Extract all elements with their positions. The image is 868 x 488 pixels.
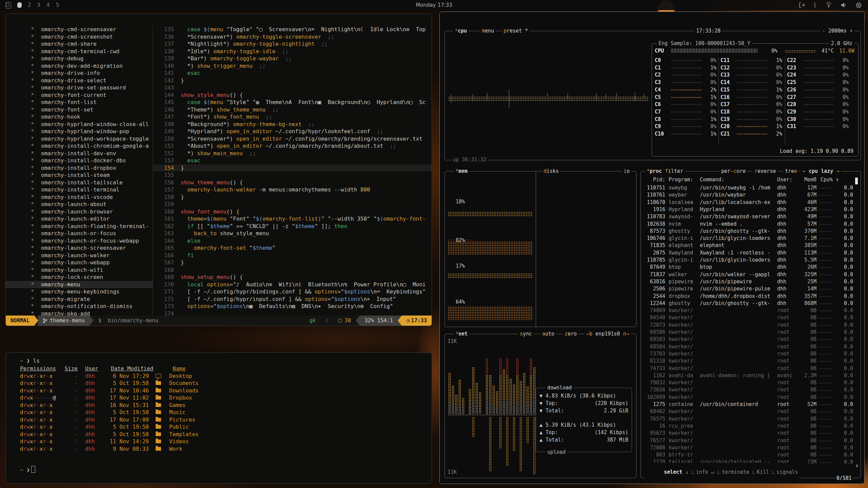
process-row[interactable]: 2506pipewire/usr/bin/pipewire-pulsedhh14…: [644, 285, 853, 292]
dir-name[interactable]: Documents: [169, 380, 199, 387]
file-list-item[interactable]: *omarchy-cmd-share: [6, 40, 153, 48]
process-row[interactable]: 71835elephantelephantdhh385M0.0: [644, 242, 853, 249]
dir-name[interactable]: Work: [169, 445, 182, 453]
cpu-box-title[interactable]: ¹cpu: [453, 28, 469, 34]
file-list-item[interactable]: *omarchy-launch-walker: [6, 252, 153, 259]
file-list-item[interactable]: *omarchy-hyprland-workspace-toggle: [6, 135, 153, 143]
file-list-item[interactable]: *omarchy-font-set: [6, 106, 153, 114]
code-line[interactable]: 157 omarchy-launch-walker -m menus:omarc…: [153, 186, 432, 194]
process-row[interactable]: 68586kworker/root0B0.0: [644, 329, 853, 336]
file-list-item[interactable]: *omarchy-install-vscode: [6, 194, 153, 201]
file-list-item[interactable]: *omarchy-launch-wifi: [6, 266, 153, 274]
process-row[interactable]: 74869kworker/root0B0.0: [644, 307, 853, 314]
file-list-item[interactable]: *omarchy-debug: [6, 55, 153, 62]
proc-select-action[interactable]: select: [664, 469, 682, 475]
net-interface[interactable]: ←b enp191s0 n→: [585, 331, 631, 337]
net-auto-toggle[interactable]: auto: [540, 331, 556, 337]
dir-name[interactable]: Downloads: [169, 387, 199, 394]
code-line[interactable]: 141 esac: [153, 69, 432, 77]
code-line[interactable]: 158}: [153, 194, 432, 201]
code-line[interactable]: 160show_font_menu() {: [153, 208, 432, 216]
process-row[interactable]: 81310kworker/root0B0.0: [644, 358, 853, 365]
proc-scrollbar-thumb[interactable]: [855, 178, 858, 184]
process-row[interactable]: 76575kworker/root0B0.0: [644, 415, 853, 423]
process-row[interactable]: 2544dropbox/home/dhh/.dropbox-distdhh357…: [644, 293, 853, 300]
file-list-item[interactable]: *omarchy-launch-or-focus: [6, 230, 153, 237]
code-line[interactable]: 143: [153, 84, 432, 92]
file-list-item[interactable]: *omarchy-install-chromium-google-a: [6, 142, 153, 150]
code-line[interactable]: 166 fi: [153, 252, 432, 259]
volume-icon[interactable]: [841, 2, 847, 8]
process-row[interactable]: 68402kworker/root0B0.0: [644, 408, 853, 415]
file-list-item[interactable]: *omarchy-install-docker-dbs: [6, 157, 153, 164]
code-line[interactable]: 138 *Idle*) omarchy-toggle-idle ;;: [153, 48, 432, 55]
file-list-item[interactable]: *omarchy-dev-add-migration: [6, 62, 153, 70]
process-row[interactable]: 68583kworker/root0B0.0: [644, 336, 853, 343]
file-list-item[interactable]: *omarchy-launch-editor: [6, 215, 153, 223]
process-row[interactable]: 87649btopbtopdhh26M0.0: [644, 264, 853, 271]
proc-reverse[interactable]: reverse: [753, 168, 777, 174]
process-row[interactable]: 16rcu_preeroot0B0.0: [644, 423, 853, 430]
interval-minus[interactable]: -: [822, 28, 825, 34]
file-list-item[interactable]: *omarchy-cmd-terminal-cwd: [6, 48, 153, 55]
dir-name[interactable]: Dropbox: [169, 394, 192, 402]
code-line[interactable]: 161 theme=$(menu "Font" "$(omarchy-font-…: [153, 215, 432, 223]
interval-plus[interactable]: +: [850, 28, 853, 34]
file-list-item[interactable]: *omarchy-install-dev-env: [6, 150, 153, 157]
file-list-item[interactable]: *omarchy-menu-keybindings: [6, 288, 153, 296]
process-row[interactable]: 110785glycin-i/usr/lib/glycin-loadersdhh…: [644, 257, 853, 264]
code-line[interactable]: 145 case $(menu "Style" "◍ Theme\nA Font…: [153, 99, 432, 106]
code-line[interactable]: 144show_style_menu() {: [153, 92, 432, 99]
net-sync-toggle[interactable]: sync: [518, 331, 534, 337]
file-list-item[interactable]: *omarchy-launch-or-focus-webapp: [6, 237, 153, 245]
code-line[interactable]: 159: [153, 201, 432, 208]
file-list-item[interactable]: *omarchy-hyprland-window-close-all: [6, 121, 153, 128]
proc-col-header[interactable]: MemB: [797, 176, 816, 183]
file-list-item[interactable]: *omarchy-hook: [6, 113, 153, 121]
process-row[interactable]: 74733kworker/root0B0.0: [644, 365, 853, 372]
file-list-item[interactable]: *omarchy-hyprland-window-pop: [6, 128, 153, 135]
code-line[interactable]: 165 omarchy-font-set "$theme": [153, 244, 432, 252]
process-row[interactable]: 73656kworker/root0B0.0: [644, 386, 853, 393]
process-row[interactable]: 110670localsea/usr/lib/localsearch-exdhh…: [644, 199, 853, 206]
proc-scroll-down-icon[interactable]: ↓: [855, 462, 859, 468]
process-row[interactable]: 72088kworker/root0B0.0: [644, 444, 853, 451]
code-line[interactable]: 142}: [153, 77, 432, 84]
code-line[interactable]: 155: [153, 171, 432, 179]
code-line[interactable]: 164 else: [153, 237, 432, 245]
process-row[interactable]: 12244ghostty/usr/bin/ghostty --gtk-dhh86…: [644, 300, 853, 307]
dir-name[interactable]: Music: [169, 409, 185, 416]
file-list-item[interactable]: *omarchy-font-list: [6, 99, 153, 106]
code-line[interactable]: 152 *) show_main_menu ;;: [153, 150, 432, 157]
process-row[interactable]: 95673kworker/root0B0.0: [644, 430, 853, 437]
io-toggle[interactable]: io: [622, 168, 631, 174]
process-row[interactable]: 1275containe/usr/bin/containerdroot52M0.…: [644, 401, 853, 408]
process-row[interactable]: 803btrfs-trroot0B0.0: [644, 451, 853, 459]
dir-name[interactable]: Desktop: [169, 372, 192, 380]
code-line[interactable]: 153 esac: [153, 157, 432, 164]
process-row[interactable]: 63816pipewire/usr/bin/pipewiredhh25M0.0: [644, 278, 853, 285]
proc-filter[interactable]: filter: [663, 168, 685, 174]
file-list-item[interactable]: *omarchy-cmd-screensaver: [6, 26, 153, 33]
file-list-item[interactable]: *omarchy-lock-screen: [6, 273, 153, 281]
process-row[interactable]: 102638nvimnvim --embed .dhh57M0.0: [644, 221, 853, 228]
dir-name[interactable]: Videos: [169, 438, 189, 445]
file-list-item[interactable]: *omarchy-migrate: [6, 296, 153, 303]
code-line[interactable]: 162 if [[ "$theme" == "CNCLD" || -z "$th…: [153, 223, 432, 230]
file-list-item[interactable]: *omarchy-drive-info: [6, 69, 153, 77]
file-list-item[interactable]: *omarchy-cmd-screenshot: [6, 33, 153, 41]
dir-name[interactable]: Pictures: [169, 416, 195, 424]
code-line[interactable]: 169show_setup_menu() {: [153, 273, 432, 281]
net-next-iface[interactable]: n→: [623, 331, 629, 337]
code-line[interactable]: 136 *Screensaver*) omarchy-toggle-screen…: [153, 33, 432, 41]
logout-icon[interactable]: [798, 2, 805, 8]
process-row[interactable]: 1162avahi-daavahi-daemon: running [avahi…: [644, 372, 853, 379]
process-row[interactable]: 102099kworker/root0B0.0: [644, 394, 853, 401]
process-row[interactable]: 2075XwaylandXwayland :1 -rootless -dhh11…: [644, 249, 853, 257]
process-row[interactable]: 106746glycin-i/usr/lib/glycin-loadersdhh…: [644, 235, 853, 242]
code-line[interactable]: 170 local options="♪ Audio\n≋ Wifi\nᛒ Bl…: [153, 281, 432, 288]
code-line[interactable]: 167}: [153, 259, 432, 266]
proc-col-header[interactable]: Cpu%: [816, 176, 833, 183]
proc-box-title[interactable]: ⁴proc: [645, 168, 664, 174]
process-row[interactable]: 71837walker/usr/bin/walker --gappldhh325…: [644, 271, 853, 278]
